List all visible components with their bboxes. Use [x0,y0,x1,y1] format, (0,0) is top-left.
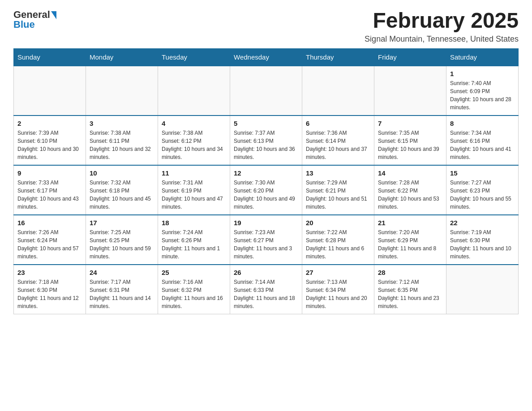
day-number: 6 [306,120,370,127]
day-info: Sunrise: 7:37 AM Sunset: 6:13 PM Dayligh… [234,129,298,161]
calendar-cell: 1Sunrise: 7:40 AM Sunset: 6:09 PM Daylig… [446,66,519,116]
day-number: 1 [450,70,515,77]
calendar-week-row: 16Sunrise: 7:26 AM Sunset: 6:24 PM Dayli… [14,215,519,265]
day-info: Sunrise: 7:20 AM Sunset: 6:29 PM Dayligh… [378,228,442,261]
day-number: 24 [90,269,154,276]
day-info: Sunrise: 7:38 AM Sunset: 6:11 PM Dayligh… [90,129,154,161]
day-number: 19 [234,219,298,227]
day-number: 16 [17,219,82,227]
calendar-cell: 14Sunrise: 7:28 AM Sunset: 6:22 PM Dayli… [374,165,446,215]
calendar-cell: 4Sunrise: 7:38 AM Sunset: 6:12 PM Daylig… [158,116,230,165]
day-number: 20 [306,219,370,227]
calendar-cell: 26Sunrise: 7:14 AM Sunset: 6:33 PM Dayli… [230,265,302,314]
calendar-cell: 23Sunrise: 7:18 AM Sunset: 6:30 PM Dayli… [14,265,86,314]
day-number: 2 [17,120,82,127]
calendar-cell: 20Sunrise: 7:22 AM Sunset: 6:28 PM Dayli… [302,215,374,265]
calendar-week-row: 2Sunrise: 7:39 AM Sunset: 6:10 PM Daylig… [14,116,519,165]
calendar-cell: 28Sunrise: 7:12 AM Sunset: 6:35 PM Dayli… [374,265,446,314]
calendar-week-row: 23Sunrise: 7:18 AM Sunset: 6:30 PM Dayli… [14,265,519,314]
calendar-cell: 27Sunrise: 7:13 AM Sunset: 6:34 PM Dayli… [302,265,374,314]
day-number: 27 [306,269,370,276]
column-header-sunday: Sunday [14,48,86,66]
calendar-week-row: 1Sunrise: 7:40 AM Sunset: 6:09 PM Daylig… [14,66,519,116]
day-info: Sunrise: 7:36 AM Sunset: 6:14 PM Dayligh… [306,129,370,161]
calendar-cell [158,66,230,116]
calendar-cell: 22Sunrise: 7:19 AM Sunset: 6:30 PM Dayli… [446,215,519,265]
location-text: Signal Mountain, Tennessee, United State… [365,34,519,44]
day-info: Sunrise: 7:25 AM Sunset: 6:25 PM Dayligh… [90,228,154,261]
calendar-cell: 21Sunrise: 7:20 AM Sunset: 6:29 PM Dayli… [374,215,446,265]
day-info: Sunrise: 7:14 AM Sunset: 6:33 PM Dayligh… [234,278,298,310]
day-info: Sunrise: 7:32 AM Sunset: 6:18 PM Dayligh… [90,179,154,211]
day-info: Sunrise: 7:38 AM Sunset: 6:12 PM Dayligh… [162,129,226,161]
column-header-friday: Friday [374,48,446,66]
day-info: Sunrise: 7:35 AM Sunset: 6:15 PM Dayligh… [378,129,442,161]
day-number: 7 [378,120,442,127]
calendar-cell [230,66,302,116]
day-number: 21 [378,219,442,227]
calendar-cell: 9Sunrise: 7:33 AM Sunset: 6:17 PM Daylig… [14,165,86,215]
day-info: Sunrise: 7:13 AM Sunset: 6:34 PM Dayligh… [306,278,370,310]
day-info: Sunrise: 7:17 AM Sunset: 6:31 PM Dayligh… [90,278,154,310]
calendar-cell [302,66,374,116]
calendar-cell: 8Sunrise: 7:34 AM Sunset: 6:16 PM Daylig… [446,116,519,165]
column-header-saturday: Saturday [446,48,519,66]
day-info: Sunrise: 7:19 AM Sunset: 6:30 PM Dayligh… [450,228,515,261]
calendar-cell: 10Sunrise: 7:32 AM Sunset: 6:18 PM Dayli… [86,165,158,215]
day-number: 8 [450,120,515,127]
calendar-cell: 18Sunrise: 7:24 AM Sunset: 6:26 PM Dayli… [158,215,230,265]
calendar-cell [14,66,86,116]
day-number: 3 [90,120,154,127]
day-info: Sunrise: 7:30 AM Sunset: 6:20 PM Dayligh… [234,179,298,211]
calendar-cell: 7Sunrise: 7:35 AM Sunset: 6:15 PM Daylig… [374,116,446,165]
calendar-header-row: SundayMondayTuesdayWednesdayThursdayFrid… [14,48,519,66]
day-info: Sunrise: 7:29 AM Sunset: 6:21 PM Dayligh… [306,179,370,211]
day-info: Sunrise: 7:40 AM Sunset: 6:09 PM Dayligh… [450,79,515,111]
logo-blue-text: Blue [13,19,35,30]
day-number: 13 [306,169,370,177]
day-number: 15 [450,169,515,177]
calendar-cell: 11Sunrise: 7:31 AM Sunset: 6:19 PM Dayli… [158,165,230,215]
day-number: 9 [17,169,82,177]
day-info: Sunrise: 7:27 AM Sunset: 6:23 PM Dayligh… [450,179,515,211]
calendar-week-row: 9Sunrise: 7:33 AM Sunset: 6:17 PM Daylig… [14,165,519,215]
day-number: 14 [378,169,442,177]
day-number: 11 [162,169,226,177]
calendar-cell: 12Sunrise: 7:30 AM Sunset: 6:20 PM Dayli… [230,165,302,215]
calendar-cell: 17Sunrise: 7:25 AM Sunset: 6:25 PM Dayli… [86,215,158,265]
day-info: Sunrise: 7:39 AM Sunset: 6:10 PM Dayligh… [17,129,82,161]
calendar-cell [374,66,446,116]
title-section: February 2025 Signal Mountain, Tennessee… [365,9,519,44]
day-number: 18 [162,219,226,227]
day-info: Sunrise: 7:31 AM Sunset: 6:19 PM Dayligh… [162,179,226,211]
day-number: 26 [234,269,298,276]
logo-arrow-icon [51,11,56,19]
calendar-cell: 19Sunrise: 7:23 AM Sunset: 6:27 PM Dayli… [230,215,302,265]
day-number: 17 [90,219,154,227]
day-info: Sunrise: 7:24 AM Sunset: 6:26 PM Dayligh… [162,228,226,261]
calendar-cell: 3Sunrise: 7:38 AM Sunset: 6:11 PM Daylig… [86,116,158,165]
day-number: 23 [17,269,82,276]
calendar-cell [446,265,519,314]
day-number: 22 [450,219,515,227]
column-header-monday: Monday [86,48,158,66]
calendar-cell: 16Sunrise: 7:26 AM Sunset: 6:24 PM Dayli… [14,215,86,265]
calendar-cell: 13Sunrise: 7:29 AM Sunset: 6:21 PM Dayli… [302,165,374,215]
calendar-cell: 5Sunrise: 7:37 AM Sunset: 6:13 PM Daylig… [230,116,302,165]
day-info: Sunrise: 7:33 AM Sunset: 6:17 PM Dayligh… [17,179,82,211]
day-info: Sunrise: 7:18 AM Sunset: 6:30 PM Dayligh… [17,278,82,310]
calendar-cell: 24Sunrise: 7:17 AM Sunset: 6:31 PM Dayli… [86,265,158,314]
column-header-tuesday: Tuesday [158,48,230,66]
calendar-cell: 15Sunrise: 7:27 AM Sunset: 6:23 PM Dayli… [446,165,519,215]
day-info: Sunrise: 7:23 AM Sunset: 6:27 PM Dayligh… [234,228,298,261]
day-number: 5 [234,120,298,127]
day-info: Sunrise: 7:22 AM Sunset: 6:28 PM Dayligh… [306,228,370,261]
month-title: February 2025 [365,9,519,33]
day-number: 25 [162,269,226,276]
day-number: 28 [378,269,442,276]
day-info: Sunrise: 7:12 AM Sunset: 6:35 PM Dayligh… [378,278,442,310]
calendar-cell: 2Sunrise: 7:39 AM Sunset: 6:10 PM Daylig… [14,116,86,165]
calendar-cell: 25Sunrise: 7:16 AM Sunset: 6:32 PM Dayli… [158,265,230,314]
day-number: 4 [162,120,226,127]
page-header: General Blue February 2025 Signal Mounta… [13,9,519,44]
